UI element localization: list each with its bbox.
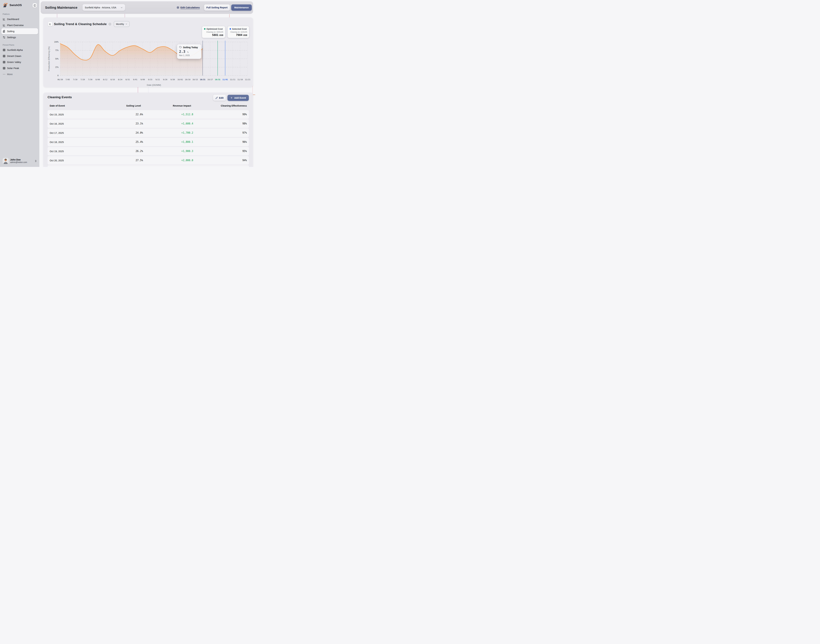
app-name: SwishOS xyxy=(9,4,22,7)
svg-text:7/20: 7/20 xyxy=(80,78,85,81)
soiling-level: 22.6% xyxy=(136,113,143,116)
page-header: Soiling Maintenance Sunfield Alpha - Ari… xyxy=(41,1,253,14)
sidebar-item-sunfield-alpha[interactable]: Sunfield Alpha xyxy=(1,47,38,53)
green-dot-icon xyxy=(204,28,206,30)
sidebar-item-plant-overview[interactable]: Plant Overview xyxy=(1,22,38,28)
table-body: Oct 15, 202522.6%+1,512.899%Oct 16, 2025… xyxy=(48,110,249,167)
revenue-impact: +1,800.1 xyxy=(181,141,193,143)
svg-text:8/24: 8/24 xyxy=(118,78,123,81)
table-row[interactable]: Oct 15, 202522.6%+1,512.899% xyxy=(48,110,249,119)
cloud-drizzle-icon xyxy=(179,46,182,49)
sidebar-item-label: Soiling xyxy=(7,30,14,33)
sidebar-item-dashboard[interactable]: Dashboard xyxy=(1,16,38,22)
table-row[interactable]: Oct 16, 202523.1%+1,600.498% xyxy=(48,120,249,128)
grid-icon xyxy=(3,67,6,70)
range-selector-value: Monthly xyxy=(116,23,124,25)
sidebar-item-soiling[interactable]: Soiling xyxy=(1,28,38,34)
svg-text:50%: 50% xyxy=(55,58,58,60)
table-row[interactable]: Oct 18, 202525.4%+1,800.196% xyxy=(48,138,249,146)
selected-cost-value: 7904 xyxy=(236,34,243,37)
sidebar-item-label: Desert Dawn xyxy=(7,55,21,57)
cleaning-effectiveness: 99% xyxy=(243,113,247,116)
ellipsis-icon xyxy=(3,73,6,76)
sidebar-item-solar-peak[interactable]: Solar Peak xyxy=(1,65,38,71)
event-date: Oct 19, 2025 xyxy=(50,150,64,153)
optimized-cost-label: Optimized Cost xyxy=(206,28,223,30)
sidebar-item-desert-dawn[interactable]: Desert Dawn xyxy=(1,53,38,59)
cleaning-events-title: Cleaning Events xyxy=(48,95,72,99)
user-menu[interactable]: John Doe admin@helion.com xyxy=(0,156,39,165)
tooltip-date: Nov 1, 2025 xyxy=(179,54,199,57)
soiling-level: 26.2% xyxy=(136,150,143,153)
soiling-level: 23.1% xyxy=(136,122,143,125)
maintenance-button[interactable]: Maintenance xyxy=(231,5,252,11)
add-event-button[interactable]: Add Event xyxy=(227,95,249,101)
decor-line xyxy=(229,14,230,17)
svg-text:9/26: 9/26 xyxy=(163,78,167,81)
svg-text:11/16: 11/16 xyxy=(238,78,243,81)
svg-text:11/01: 11/01 xyxy=(223,78,228,81)
tooltip-unit: % xyxy=(187,51,189,53)
optimized-cost-card: Optimized Cost Cleaning on: 10/31/25 588… xyxy=(202,26,225,38)
pencil-icon xyxy=(215,97,218,99)
soiling-level: 27.5% xyxy=(136,159,143,162)
plant-selector-value: Sunfield Alpha - Arizona, USA xyxy=(85,6,120,9)
plant-selector-dropdown[interactable]: Sunfield Alpha - Arizona, USA xyxy=(83,4,125,11)
plus-icon xyxy=(230,97,233,99)
panel-left-icon xyxy=(34,4,36,7)
table-row[interactable]: Oct 19, 202526.2%+1,900.395% xyxy=(48,147,249,155)
table-row xyxy=(48,165,249,167)
table-row[interactable]: Oct 20, 202527.5%+2,000.094% xyxy=(48,156,249,165)
sidebar-item-label: Solar Peak xyxy=(7,67,19,69)
table-row[interactable]: Oct 17, 202524.0%+1,700.297% xyxy=(48,129,249,137)
page-title: Soiling Maintenance xyxy=(45,6,77,9)
svg-text:8/31: 8/31 xyxy=(126,78,130,81)
user-name: John Doe xyxy=(10,158,34,161)
svg-text:9/21: 9/21 xyxy=(155,78,160,81)
svg-text:0: 0 xyxy=(57,74,58,77)
event-date: Oct 18, 2025 xyxy=(50,141,64,143)
svg-text:7/30: 7/30 xyxy=(88,78,92,81)
sidebar-item-green-valley[interactable]: Green Valley xyxy=(1,59,38,65)
revenue-impact: +1,600.4 xyxy=(181,122,193,125)
svg-text:7/10: 7/10 xyxy=(73,78,77,81)
revenue-impact: +1,512.8 xyxy=(181,113,193,116)
cleaning-events-panel: Cleaning Events Edit Add Event Date of E… xyxy=(43,93,253,167)
svg-text:9/30: 9/30 xyxy=(170,78,175,81)
range-selector-dropdown[interactable]: Monthly xyxy=(114,21,129,27)
selected-cost-label: Selected Cost xyxy=(232,28,247,30)
event-date: Oct 20, 2025 xyxy=(50,159,64,162)
edit-events-button[interactable]: Edit xyxy=(213,95,226,101)
user-email: admin@helion.com xyxy=(10,161,34,164)
cleaning-effectiveness: 98% xyxy=(243,122,247,125)
optimized-cost-sub: Cleaning on: 10/31/25 xyxy=(204,31,223,33)
swishos-logo-icon xyxy=(3,3,8,8)
svg-text:75%: 75% xyxy=(55,49,58,52)
full-soiling-report-button[interactable]: Full Soiling Report xyxy=(204,5,230,11)
sidebar-item-label: More xyxy=(7,73,12,75)
cleaning-effectiveness: 94% xyxy=(243,159,247,162)
sidebar-item-settings[interactable]: Settings xyxy=(1,34,38,40)
optimized-cost-unit: USD xyxy=(220,34,223,37)
sliders-icon xyxy=(3,36,6,39)
full-soiling-report-label: Full Soiling Report xyxy=(206,6,228,9)
decor-line xyxy=(124,14,125,18)
tooltip-title: Soiling Today xyxy=(183,46,198,49)
decor-line xyxy=(138,87,138,93)
svg-text:9/09: 9/09 xyxy=(141,78,145,81)
revenue-impact: +2,000.0 xyxy=(181,159,193,162)
edit-calculations-link[interactable]: Edit Calculations xyxy=(177,6,200,9)
selected-cost-card: Selected Cost Cleaning on: 11/01/25 7904… xyxy=(228,26,249,38)
selected-cost-sub: Cleaning on: 11/01/25 xyxy=(230,31,247,33)
chart-line-icon xyxy=(48,22,52,26)
sidebar-item-label: Dashboard xyxy=(7,18,19,20)
sidebar: SwishOS Platform Dashboard Plant Overvie… xyxy=(0,0,39,167)
sidebar-collapse-button[interactable] xyxy=(33,3,37,8)
maintenance-label: Maintenance xyxy=(234,6,249,9)
sidebar-item-label: Settings xyxy=(7,36,16,39)
svg-text:10/10: 10/10 xyxy=(185,78,190,81)
x-axis-label: Date (DD/MM) xyxy=(147,84,161,86)
info-icon[interactable] xyxy=(109,23,111,25)
sidebar-item-more[interactable]: More xyxy=(1,71,38,77)
event-date: Oct 17, 2025 xyxy=(50,132,64,134)
